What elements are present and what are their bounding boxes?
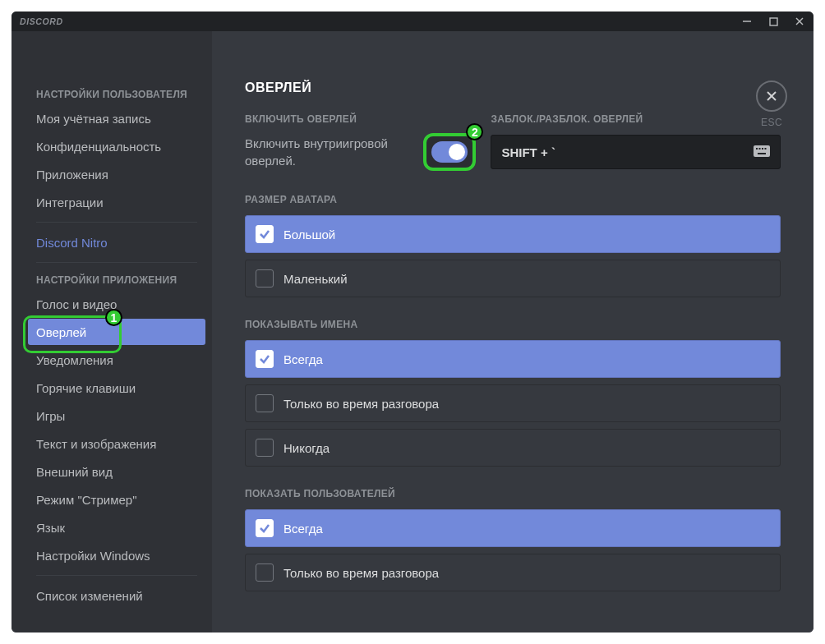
close-settings-button[interactable] <box>756 80 787 112</box>
window-minimize-button[interactable] <box>741 16 753 27</box>
sidebar-item-notifications[interactable]: Уведомления <box>28 347 205 373</box>
avatar-size-header: РАЗМЕР АВАТАРА <box>245 194 781 205</box>
avatar-option-large[interactable]: Большой <box>245 215 781 253</box>
sidebar-divider <box>36 222 197 223</box>
sidebar-item-text-images[interactable]: Текст и изображения <box>28 430 205 457</box>
sidebar-item-overlay[interactable]: Оверлей 1 <box>28 319 205 345</box>
settings-content: ESC ОВЕРЛЕЙ ВКЛЮЧИТЬ ОВЕРЛЕЙ Включить вн… <box>212 31 813 632</box>
sidebar-divider <box>36 262 197 263</box>
option-label: Всегда <box>283 522 323 536</box>
sidebar-item-appearance[interactable]: Внешний вид <box>28 458 205 485</box>
svg-rect-1 <box>770 18 777 25</box>
annotation-badge-1: 1 <box>105 309 122 326</box>
svg-rect-7 <box>756 148 758 150</box>
checkbox-icon <box>256 519 274 537</box>
avatar-option-small[interactable]: Маленький <box>245 260 781 297</box>
checkbox-icon <box>256 350 274 368</box>
sidebar-item-changelog[interactable]: Список изменений <box>28 582 205 609</box>
titlebar: DISCORD <box>12 12 813 31</box>
page-title: ОВЕРЛЕЙ <box>245 80 781 95</box>
brand-wordmark: DISCORD <box>20 16 63 26</box>
sidebar-item-nitro[interactable]: Discord Nitro <box>28 229 205 255</box>
sidebar-divider <box>36 575 197 576</box>
enable-overlay-toggle-wrap: 2 <box>431 141 468 163</box>
option-label: Большой <box>283 228 335 242</box>
window-close-button[interactable] <box>794 16 805 27</box>
svg-rect-11 <box>758 153 766 154</box>
sidebar-header-user: НАСТРОЙКИ ПОЛЬЗОВАТЕЛЯ <box>28 84 205 105</box>
show-names-header: ПОКАЗЫВАТЬ ИМЕНА <box>245 319 781 330</box>
checkbox-icon <box>256 225 274 243</box>
keyboard-icon <box>754 145 770 159</box>
esc-label: ESC <box>761 117 782 128</box>
sidebar-item-games[interactable]: Игры <box>28 402 205 429</box>
keybind-input[interactable]: SHIFT + ` <box>491 135 781 169</box>
svg-rect-9 <box>762 148 763 150</box>
option-label: Всегда <box>283 352 323 366</box>
users-option-talking[interactable]: Только во время разговора <box>245 554 781 591</box>
sidebar-item-account[interactable]: Моя учётная запись <box>28 105 205 131</box>
sidebar-item-integrations[interactable]: Интеграции <box>28 189 205 215</box>
window-maximize-button[interactable] <box>767 16 779 27</box>
app-window: DISCORD НАСТРОЙКИ ПОЛЬЗОВАТЕЛЯ Моя учётн… <box>12 12 813 632</box>
names-option-talking[interactable]: Только во время разговора <box>245 384 781 422</box>
sidebar-header-app: НАСТРОЙКИ ПРИЛОЖЕНИЯ <box>28 269 205 291</box>
annotation-badge-2: 2 <box>466 123 483 140</box>
enable-overlay-header: ВКЛЮЧИТЬ ОВЕРЛЕЙ <box>245 113 468 125</box>
enable-overlay-toggle[interactable] <box>431 141 468 163</box>
sidebar-item-hotkeys[interactable]: Горячие клавиши <box>28 375 205 401</box>
enable-overlay-description: Включить внутриигровой оверлей. <box>245 135 420 169</box>
option-label: Маленький <box>283 272 348 286</box>
svg-rect-6 <box>754 145 770 157</box>
sidebar-item-label: Оверлей <box>36 325 86 339</box>
sidebar-item-privacy[interactable]: Конфиденциальность <box>28 133 205 159</box>
sidebar-item-apps[interactable]: Приложения <box>28 161 205 187</box>
settings-sidebar: НАСТРОЙКИ ПОЛЬЗОВАТЕЛЯ Моя учётная запис… <box>12 31 212 632</box>
lock-overlay-header: ЗАБЛОК./РАЗБЛОК. ОВЕРЛЕЙ <box>491 113 781 125</box>
sidebar-item-windows[interactable]: Настройки Windows <box>28 542 205 568</box>
checkbox-icon <box>256 564 274 582</box>
option-label: Только во время разговора <box>283 397 439 411</box>
checkbox-icon <box>256 269 274 288</box>
checkbox-icon <box>256 439 274 457</box>
users-option-always[interactable]: Всегда <box>245 509 781 547</box>
svg-rect-8 <box>759 148 761 150</box>
sidebar-item-language[interactable]: Язык <box>28 514 205 540</box>
option-label: Только во время разговора <box>283 566 439 580</box>
names-option-never[interactable]: Никогда <box>245 429 781 467</box>
sidebar-item-streamer[interactable]: Режим "Стример" <box>28 486 205 513</box>
names-option-always[interactable]: Всегда <box>245 340 781 378</box>
option-label: Никогда <box>283 441 330 455</box>
keybind-value: SHIFT + ` <box>501 145 555 159</box>
checkbox-icon <box>256 394 274 412</box>
svg-rect-10 <box>765 148 767 150</box>
show-users-header: ПОКАЗАТЬ ПОЛЬЗОВАТЕЛЕЙ <box>245 488 781 499</box>
